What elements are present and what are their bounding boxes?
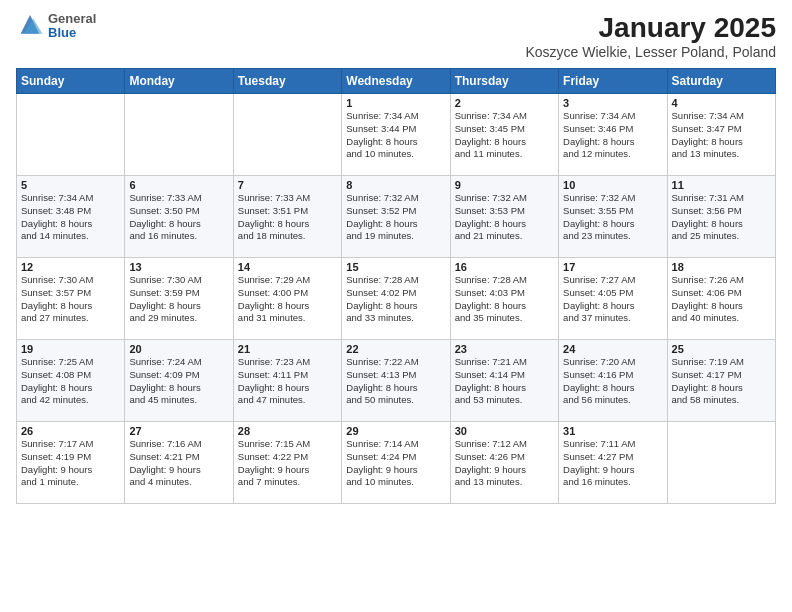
day-info: Sunrise: 7:26 AM Sunset: 4:06 PM Dayligh… [672, 274, 744, 323]
day-info: Sunrise: 7:19 AM Sunset: 4:17 PM Dayligh… [672, 356, 744, 405]
day-cell: 3Sunrise: 7:34 AM Sunset: 3:46 PM Daylig… [559, 94, 667, 176]
day-cell: 1Sunrise: 7:34 AM Sunset: 3:44 PM Daylig… [342, 94, 450, 176]
day-number: 15 [346, 261, 445, 273]
day-cell: 16Sunrise: 7:28 AM Sunset: 4:03 PM Dayli… [450, 258, 558, 340]
day-cell: 28Sunrise: 7:15 AM Sunset: 4:22 PM Dayli… [233, 422, 341, 504]
day-cell: 5Sunrise: 7:34 AM Sunset: 3:48 PM Daylig… [17, 176, 125, 258]
day-number: 21 [238, 343, 337, 355]
calendar-body: 1Sunrise: 7:34 AM Sunset: 3:44 PM Daylig… [17, 94, 776, 504]
day-number: 5 [21, 179, 120, 191]
day-number: 3 [563, 97, 662, 109]
day-number: 23 [455, 343, 554, 355]
day-info: Sunrise: 7:15 AM Sunset: 4:22 PM Dayligh… [238, 438, 310, 487]
day-info: Sunrise: 7:17 AM Sunset: 4:19 PM Dayligh… [21, 438, 93, 487]
calendar-subtitle: Koszyce Wielkie, Lesser Poland, Poland [525, 44, 776, 60]
header-cell-sunday: Sunday [17, 69, 125, 94]
day-number: 14 [238, 261, 337, 273]
day-number: 11 [672, 179, 771, 191]
day-info: Sunrise: 7:22 AM Sunset: 4:13 PM Dayligh… [346, 356, 418, 405]
header-cell-friday: Friday [559, 69, 667, 94]
day-cell: 11Sunrise: 7:31 AM Sunset: 3:56 PM Dayli… [667, 176, 775, 258]
day-number: 30 [455, 425, 554, 437]
day-info: Sunrise: 7:16 AM Sunset: 4:21 PM Dayligh… [129, 438, 201, 487]
day-cell: 29Sunrise: 7:14 AM Sunset: 4:24 PM Dayli… [342, 422, 450, 504]
day-info: Sunrise: 7:23 AM Sunset: 4:11 PM Dayligh… [238, 356, 310, 405]
day-number: 8 [346, 179, 445, 191]
header-cell-thursday: Thursday [450, 69, 558, 94]
day-cell: 7Sunrise: 7:33 AM Sunset: 3:51 PM Daylig… [233, 176, 341, 258]
page: General Blue January 2025 Koszyce Wielki… [0, 0, 792, 612]
day-info: Sunrise: 7:21 AM Sunset: 4:14 PM Dayligh… [455, 356, 527, 405]
day-cell: 27Sunrise: 7:16 AM Sunset: 4:21 PM Dayli… [125, 422, 233, 504]
day-info: Sunrise: 7:34 AM Sunset: 3:47 PM Dayligh… [672, 110, 744, 159]
week-row-3: 19Sunrise: 7:25 AM Sunset: 4:08 PM Dayli… [17, 340, 776, 422]
day-number: 25 [672, 343, 771, 355]
logo-icon [16, 12, 44, 40]
day-info: Sunrise: 7:32 AM Sunset: 3:53 PM Dayligh… [455, 192, 527, 241]
day-cell: 31Sunrise: 7:11 AM Sunset: 4:27 PM Dayli… [559, 422, 667, 504]
day-number: 6 [129, 179, 228, 191]
day-cell [233, 94, 341, 176]
day-info: Sunrise: 7:34 AM Sunset: 3:44 PM Dayligh… [346, 110, 418, 159]
day-cell: 21Sunrise: 7:23 AM Sunset: 4:11 PM Dayli… [233, 340, 341, 422]
day-number: 27 [129, 425, 228, 437]
day-info: Sunrise: 7:29 AM Sunset: 4:00 PM Dayligh… [238, 274, 310, 323]
day-cell: 13Sunrise: 7:30 AM Sunset: 3:59 PM Dayli… [125, 258, 233, 340]
day-info: Sunrise: 7:28 AM Sunset: 4:03 PM Dayligh… [455, 274, 527, 323]
day-cell: 4Sunrise: 7:34 AM Sunset: 3:47 PM Daylig… [667, 94, 775, 176]
day-info: Sunrise: 7:12 AM Sunset: 4:26 PM Dayligh… [455, 438, 527, 487]
day-info: Sunrise: 7:34 AM Sunset: 3:48 PM Dayligh… [21, 192, 93, 241]
day-info: Sunrise: 7:28 AM Sunset: 4:02 PM Dayligh… [346, 274, 418, 323]
day-cell: 26Sunrise: 7:17 AM Sunset: 4:19 PM Dayli… [17, 422, 125, 504]
day-cell [667, 422, 775, 504]
logo: General Blue [16, 12, 96, 41]
day-cell: 30Sunrise: 7:12 AM Sunset: 4:26 PM Dayli… [450, 422, 558, 504]
week-row-4: 26Sunrise: 7:17 AM Sunset: 4:19 PM Dayli… [17, 422, 776, 504]
day-cell: 19Sunrise: 7:25 AM Sunset: 4:08 PM Dayli… [17, 340, 125, 422]
day-number: 12 [21, 261, 120, 273]
day-number: 20 [129, 343, 228, 355]
week-row-1: 5Sunrise: 7:34 AM Sunset: 3:48 PM Daylig… [17, 176, 776, 258]
day-number: 29 [346, 425, 445, 437]
day-cell [17, 94, 125, 176]
day-cell: 2Sunrise: 7:34 AM Sunset: 3:45 PM Daylig… [450, 94, 558, 176]
day-info: Sunrise: 7:32 AM Sunset: 3:52 PM Dayligh… [346, 192, 418, 241]
day-cell: 25Sunrise: 7:19 AM Sunset: 4:17 PM Dayli… [667, 340, 775, 422]
day-number: 2 [455, 97, 554, 109]
day-number: 7 [238, 179, 337, 191]
day-number: 17 [563, 261, 662, 273]
logo-blue: Blue [48, 26, 96, 40]
day-number: 13 [129, 261, 228, 273]
day-number: 9 [455, 179, 554, 191]
day-number: 22 [346, 343, 445, 355]
day-info: Sunrise: 7:32 AM Sunset: 3:55 PM Dayligh… [563, 192, 635, 241]
day-number: 19 [21, 343, 120, 355]
header: General Blue January 2025 Koszyce Wielki… [16, 12, 776, 60]
day-number: 1 [346, 97, 445, 109]
header-cell-wednesday: Wednesday [342, 69, 450, 94]
day-cell: 10Sunrise: 7:32 AM Sunset: 3:55 PM Dayli… [559, 176, 667, 258]
calendar-header: SundayMondayTuesdayWednesdayThursdayFrid… [17, 69, 776, 94]
day-info: Sunrise: 7:34 AM Sunset: 3:45 PM Dayligh… [455, 110, 527, 159]
day-cell: 22Sunrise: 7:22 AM Sunset: 4:13 PM Dayli… [342, 340, 450, 422]
header-cell-monday: Monday [125, 69, 233, 94]
day-number: 31 [563, 425, 662, 437]
header-cell-tuesday: Tuesday [233, 69, 341, 94]
day-cell: 14Sunrise: 7:29 AM Sunset: 4:00 PM Dayli… [233, 258, 341, 340]
day-info: Sunrise: 7:14 AM Sunset: 4:24 PM Dayligh… [346, 438, 418, 487]
day-cell: 12Sunrise: 7:30 AM Sunset: 3:57 PM Dayli… [17, 258, 125, 340]
day-cell: 23Sunrise: 7:21 AM Sunset: 4:14 PM Dayli… [450, 340, 558, 422]
day-number: 10 [563, 179, 662, 191]
day-cell: 18Sunrise: 7:26 AM Sunset: 4:06 PM Dayli… [667, 258, 775, 340]
day-cell: 17Sunrise: 7:27 AM Sunset: 4:05 PM Dayli… [559, 258, 667, 340]
calendar-title: January 2025 [525, 12, 776, 44]
header-row: SundayMondayTuesdayWednesdayThursdayFrid… [17, 69, 776, 94]
week-row-0: 1Sunrise: 7:34 AM Sunset: 3:44 PM Daylig… [17, 94, 776, 176]
day-info: Sunrise: 7:33 AM Sunset: 3:51 PM Dayligh… [238, 192, 310, 241]
logo-general: General [48, 12, 96, 26]
day-info: Sunrise: 7:34 AM Sunset: 3:46 PM Dayligh… [563, 110, 635, 159]
day-info: Sunrise: 7:30 AM Sunset: 3:59 PM Dayligh… [129, 274, 201, 323]
day-info: Sunrise: 7:27 AM Sunset: 4:05 PM Dayligh… [563, 274, 635, 323]
day-number: 26 [21, 425, 120, 437]
day-cell: 8Sunrise: 7:32 AM Sunset: 3:52 PM Daylig… [342, 176, 450, 258]
